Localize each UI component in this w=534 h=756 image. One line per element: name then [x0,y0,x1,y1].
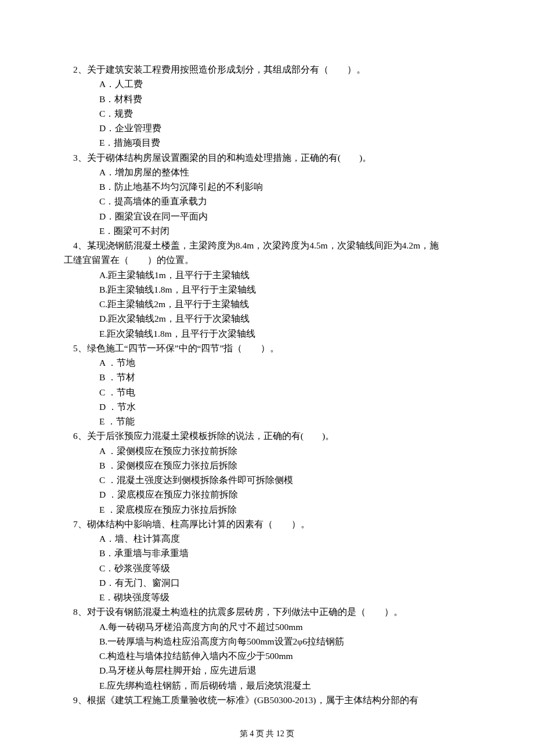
option-e: E ．节能 [99,414,534,429]
option-c: C．提高墙体的垂直承载力 [99,194,534,208]
option-a: A ．节地 [99,355,534,370]
option-c: C.构造柱与墙体拉结筋伸入墙内不应少于500mm [99,649,534,663]
option-e: E ．梁底模应在预应力张拉后拆除 [99,502,534,517]
option-c: C ．节电 [99,385,534,399]
question-stem-cont: 工缝宜留置在（ ）的位置。 [64,253,482,267]
option-a: A.距主梁轴线1m，且平行于主梁轴线 [99,268,534,282]
footer-total-pages: 12 [276,729,284,738]
document-page: 2、关于建筑安装工程费用按照造价形成划分，其组成部分有（ ）。 A．人工费 B．… [0,0,534,756]
option-b: B．材料费 [99,92,534,106]
question-stem: 7、砌体结构中影响墙、柱高厚比计算的因素有（ ）。 [73,517,482,531]
question-stem: 3、关于砌体结构房屋设置圈梁的目的和构造处理措施，正确的有( )。 [73,150,482,165]
option-d: D.马牙槎从每层柱脚开始，应先进后退 [99,663,534,678]
option-c: C.距主梁轴线2m，且平行于主梁轴线 [99,297,534,311]
option-b: B ．节材 [99,370,534,384]
option-e: E.应先绑构造柱钢筋，而后砌砖墙，最后浇筑混凝土 [99,678,534,693]
option-e: E.距次梁轴线1.8m，且平行于次梁轴线 [99,326,534,341]
option-e: E．圈梁可不封闭 [99,224,534,238]
question-stem: 6、关于后张预应力混凝土梁模板拆除的说法，正确的有( )。 [73,429,482,443]
option-a: A．增加房屋的整体性 [99,165,534,179]
option-a: A.每一砖砌马牙槎沿高度方向的尺寸不超过500mm [99,620,534,634]
footer-middle: 页 共 [254,729,276,738]
option-d: D．企业管理费 [99,121,534,135]
footer-suffix: 页 [284,729,295,738]
option-b: B．承重墙与非承重墙 [99,546,534,560]
question-stem: 4、某现浇钢筋混凝土楼盖，主梁跨度为8.4m，次梁跨度为4.5m，次梁轴线间距为… [73,238,482,253]
option-d: D．有无门、窗洞口 [99,575,534,590]
option-a: A．墙、柱计算高度 [99,531,534,546]
option-c: C．砂浆强度等级 [99,561,534,575]
option-d: D．圈梁宜设在同一平面内 [99,209,534,224]
option-c: C ．混凝土强度达到侧模拆除条件即可拆除侧模 [99,473,534,487]
page-footer: 第 4 页 共 12 页 [0,728,534,741]
question-stem: 9、根据《建筑工程施工质量验收统一标准》(GB50300-2013)，属于主体结… [73,693,482,707]
footer-prefix: 第 [240,729,250,738]
option-b: B．防止地基不均匀沉降引起的不利影响 [99,179,534,194]
option-d: D ．梁底模应在预应力张拉前拆除 [99,487,534,502]
option-d: D.距次梁轴线2m，且平行于次梁轴线 [99,311,534,326]
option-a: A ．梁侧模应在预应力张拉前拆除 [99,444,534,458]
option-e: E．砌块强度等级 [99,590,534,604]
question-text: 4、某现浇钢筋混凝土楼盖，主梁跨度为8.4m，次梁跨度为4.5m，次梁轴线间距为… [73,240,439,250]
question-stem: 5、绿色施工“四节一环保”中的“四节”指（ ）。 [73,341,482,355]
question-stem: 8、对于设有钢筋混凝土构造柱的抗震多层砖房，下列做法中正确的是（ ）。 [73,604,482,619]
option-e: E．措施项目费 [99,135,534,150]
option-c: C．规费 [99,106,534,121]
option-b: B.一砖厚墙与构造柱应沿高度方向每500mm设置2φ6拉结钢筋 [99,634,534,649]
option-b: B.距主梁轴线1.8m，且平行于主梁轴线 [99,282,534,297]
option-a: A．人工费 [99,77,534,91]
option-d: D ．节水 [99,399,534,414]
option-b: B ．梁侧模应在预应力张拉后拆除 [99,458,534,473]
question-stem: 2、关于建筑安装工程费用按照造价形成划分，其组成部分有（ ）。 [73,62,482,77]
